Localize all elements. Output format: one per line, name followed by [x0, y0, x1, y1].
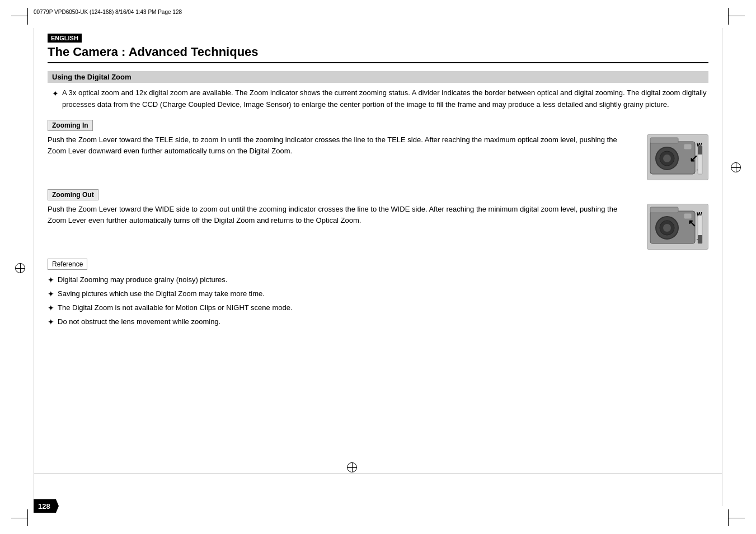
crop-mark-br-h: [728, 518, 745, 518]
crop-mark-bl-v: [27, 509, 28, 526]
crop-mark-bl-h: [11, 518, 28, 518]
reference-bullet-4-text: Do not obstruct the lens movement while …: [58, 316, 220, 327]
bullet-symbol-intro: ✦: [52, 87, 59, 100]
bullet-symbol-2: ✦: [48, 288, 54, 300]
zooming-out-row: Push the Zoom Lever toward the WIDE side…: [48, 204, 708, 250]
section-digital-zoom: Using the Digital Zoom ✦ A 3x optical zo…: [48, 71, 708, 111]
svg-rect-16: [650, 207, 678, 213]
svg-rect-4: [684, 144, 692, 149]
bullet-symbol-1: ✦: [48, 274, 54, 286]
zooming-out-header: Zooming Out: [48, 189, 98, 200]
page-number-icon: 128: [34, 498, 59, 514]
reference-bullet-1: ✦ Digital Zooming may produce grainy (no…: [48, 274, 708, 286]
zooming-out-image-container: W T ↖: [647, 204, 708, 250]
main-content: ENGLISH The Camera : Advanced Techniques…: [48, 34, 708, 489]
digital-zoom-intro: ✦ A 3x optical zoom and 12x digital zoom…: [48, 87, 708, 111]
svg-text:↙: ↙: [689, 153, 698, 164]
file-info-text: 00779P VPD6050-UK (124-168) 8/16/04 1:43…: [34, 9, 182, 15]
page: 00779P VPD6050-UK (124-168) 8/16/04 1:43…: [0, 0, 756, 534]
bullet-symbol-3: ✦: [48, 302, 54, 314]
reference-bullet-4: ✦ Do not obstruct the lens movement whil…: [48, 316, 708, 328]
zooming-in-header: Zooming In: [48, 120, 93, 131]
svg-point-14: [663, 224, 671, 232]
side-line-right: [722, 28, 722, 506]
svg-point-3: [663, 154, 671, 162]
digital-zoom-intro-text: A 3x optical zoom and 12x digital zoom a…: [62, 87, 708, 111]
zooming-in-camera-image: W T ↙: [647, 134, 708, 180]
reference-bullets: ✦ Digital Zooming may produce grainy (no…: [48, 274, 708, 328]
zooming-out-camera-image: W T ↖: [647, 204, 708, 250]
header-file-info: 00779P VPD6050-UK (124-168) 8/16/04 1:43…: [34, 9, 722, 15]
zoom-in-svg: W T ↙: [647, 135, 708, 180]
svg-text:128: 128: [38, 502, 50, 510]
side-line-left: [34, 28, 34, 506]
crop-mark-tl-v: [27, 8, 28, 25]
svg-rect-21: [698, 235, 702, 243]
zooming-out-text: Push the Zoom Lever toward the WIDE side…: [48, 204, 636, 231]
bullet-symbol-4: ✦: [48, 316, 54, 328]
zooming-in-image-container: W T ↙: [647, 134, 708, 180]
reference-header: Reference: [48, 259, 87, 270]
svg-rect-10: [698, 146, 702, 154]
reference-bullet-2-text: Saving pictures which use the Digital Zo…: [58, 288, 265, 299]
crop-mark-br-v: [728, 509, 729, 526]
crop-mark-tr-v: [728, 8, 729, 25]
zooming-in-row: Push the Zoom Lever toward the TELE side…: [48, 134, 708, 180]
reference-bullet-1-text: Digital Zooming may produce grainy (nois…: [58, 274, 227, 285]
zoom-out-svg: W T ↖: [647, 204, 708, 250]
reference-bullet-3-text: The Digital Zoom is not available for Mo…: [58, 302, 293, 313]
page-number-badge-container: 128: [34, 498, 59, 514]
page-number-area: 128: [34, 498, 59, 514]
reference-bullet-3: ✦ The Digital Zoom is not available for …: [48, 302, 708, 314]
section-zooming-out: Zooming Out Push the Zoom Lever toward t…: [48, 189, 708, 250]
svg-text:↖: ↖: [688, 218, 696, 229]
main-title: The Camera : Advanced Techniques: [48, 45, 708, 63]
english-badge: ENGLISH: [48, 34, 708, 45]
digital-zoom-header: Using the Digital Zoom: [48, 71, 708, 83]
section-zooming-in: Zooming In Push the Zoom Lever toward th…: [48, 120, 708, 180]
registration-circle-left: [15, 263, 25, 273]
crop-mark-tr-h: [728, 16, 745, 16]
zooming-out-paragraph: Push the Zoom Lever toward the WIDE side…: [48, 204, 636, 227]
svg-rect-5: [650, 138, 678, 143]
crop-mark-tl-h: [11, 16, 28, 16]
section-reference: Reference ✦ Digital Zooming may produce …: [48, 259, 708, 328]
zooming-in-paragraph: Push the Zoom Lever toward the TELE side…: [48, 134, 636, 158]
registration-circle-right: [731, 162, 741, 172]
zooming-in-text: Push the Zoom Lever toward the TELE side…: [48, 134, 636, 161]
reference-bullet-2: ✦ Saving pictures which use the Digital …: [48, 288, 708, 300]
